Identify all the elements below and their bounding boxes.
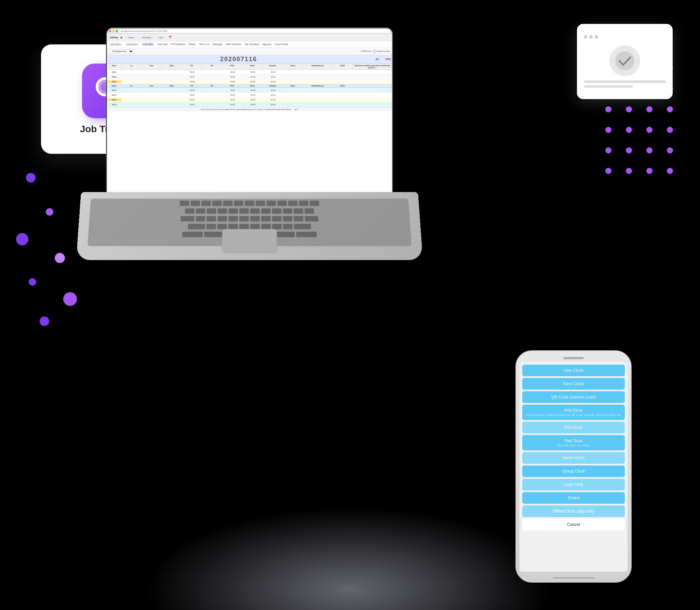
jobschedule-btn[interactable]: Job Schedule bbox=[245, 43, 259, 45]
youtube-icon: ▶ bbox=[121, 36, 123, 39]
checkmark-card bbox=[577, 24, 673, 99]
approve-btn[interactable]: Approve bbox=[262, 43, 271, 45]
phone-screen: User Clock Face Clock QR Code (camera sc… bbox=[520, 362, 628, 572]
table-row: 08/19 00:00 00:0000:0000:00 bbox=[107, 102, 392, 107]
date-input[interactable]: 08/01/2024 bbox=[109, 43, 122, 46]
phone-menu-item-fast-scan[interactable]: Fast Scan (Fast QR Code / No Clock) bbox=[522, 435, 625, 450]
phone-menu-item-pin-clock[interactable]: PIN Clock RFID scanners, external scanne… bbox=[522, 405, 625, 420]
myhours-tab[interactable]: My Hours bbox=[140, 36, 154, 39]
check-circle bbox=[609, 45, 640, 76]
phone-body: User Clock Face Clock QR Code (camera sc… bbox=[515, 350, 632, 583]
timers-tab[interactable]: Timers bbox=[125, 36, 137, 39]
phone-menu-item-pin-kiosk[interactable]: PIN Kiosk bbox=[522, 422, 625, 433]
laptop-keyboard bbox=[76, 192, 423, 260]
shiftschedule-btn[interactable]: Shift Schedule bbox=[226, 43, 241, 45]
phone-speaker bbox=[563, 357, 584, 359]
table-row: 08/01 00:0000:00 00:0000:00 bbox=[107, 70, 392, 74]
phone-menu-item-offline-clock[interactable]: Offline Clock (app only) bbox=[522, 505, 625, 517]
card-three-dots bbox=[584, 35, 598, 39]
phone-menu-item-qr-code[interactable]: QR Code (camera scan) bbox=[522, 391, 625, 403]
phone-cancel-button[interactable]: Cancel bbox=[522, 519, 625, 530]
check-lines bbox=[584, 80, 666, 88]
address-bar: app.qprtimeclock.com/t1/m2/dayview.html?… bbox=[107, 28, 392, 34]
sub-column-headers: Date In Out Req OT DT PTO Paid Unpaid To… bbox=[107, 84, 392, 88]
big-date-display: 202007116 bbox=[108, 56, 369, 63]
spreadsheet: app.qprtimeclock.com/t1/m2/dayview.html?… bbox=[107, 28, 392, 197]
dayview-btn[interactable]: Day View bbox=[158, 43, 167, 45]
trackpad[interactable] bbox=[222, 229, 277, 253]
ptobalance-btn[interactable]: PTO Balance bbox=[171, 43, 185, 45]
whoisin-btn[interactable]: Who Is In bbox=[199, 43, 210, 45]
clockpoints-btn[interactable]: Clock Points bbox=[275, 43, 288, 45]
check-icon bbox=[615, 51, 635, 71]
where-btn[interactable]: Where bbox=[189, 43, 196, 45]
table-row: 08/14 00:00 00:0000:0000:00 bbox=[107, 93, 392, 97]
goto-link[interactable]: go To bbox=[294, 108, 298, 110]
dept-filter[interactable]: All Departments bbox=[109, 49, 134, 53]
group-by-date-label: Group by Date bbox=[377, 50, 390, 52]
group-by-date-checkbox[interactable] bbox=[373, 50, 376, 53]
svg-point-34 bbox=[615, 51, 634, 70]
view-buttons-bar: 08/01/2024 08/18/2024 List View Day View… bbox=[107, 41, 392, 48]
phone-menu-item-login-only[interactable]: Login Only bbox=[522, 479, 625, 490]
phone-menu-item-name-clock[interactable]: Name Clock bbox=[522, 452, 625, 464]
setting-label: Setting bbox=[110, 36, 118, 39]
toolbar: Setting ▶ Timers My Hours Exit 📅 bbox=[107, 34, 392, 41]
message-btn[interactable]: Message bbox=[213, 43, 222, 45]
table-row: 08/02 00:0000:00 00:0000:00 bbox=[107, 74, 392, 79]
laptop-container: app.qprtimeclock.com/t1/m2/dayview.html?… bbox=[96, 27, 403, 260]
table-row: 08/13 00:0000:00 00:0000:00 bbox=[107, 88, 392, 93]
table-row: 08/06 00:0000:00 00:0000:00 bbox=[107, 79, 392, 84]
laptop-screen-area: app.qprtimeclock.com/t1/m2/dayview.html?… bbox=[106, 27, 393, 198]
table-row: 08/16 00:00 00:0000:0000:00 bbox=[107, 97, 392, 102]
phone-menu-item-timers[interactable]: Timers bbox=[522, 492, 625, 504]
laptop-screen-content: app.qprtimeclock.com/t1/m2/dayview.html?… bbox=[107, 28, 392, 197]
listview-btn[interactable]: List View bbox=[142, 43, 154, 46]
filter-bar: All Departments → 202007116 Group by Dat… bbox=[107, 48, 392, 55]
phone-menu-item-user-clock[interactable]: User Clock bbox=[522, 365, 625, 376]
phone-menu-item-group-clock[interactable]: Group Clock bbox=[522, 465, 625, 477]
phone-home-indicator bbox=[553, 577, 594, 579]
phone-container: User Clock Face Clock QR Code (camera sc… bbox=[515, 350, 632, 583]
column-headers: Date In Out Req OT DT PTO Paid Unpaid To… bbox=[107, 64, 392, 70]
date-header-row: 202007116 OT PTO bbox=[107, 55, 392, 64]
phone-screen-content: User Clock Face Clock QR Code (camera sc… bbox=[520, 362, 628, 572]
spreadsheet-footer: OpenTimeClock.com technical support emai… bbox=[107, 107, 392, 111]
exit-tab[interactable]: Exit bbox=[157, 36, 166, 39]
phone-menu-item-face-clock[interactable]: Face Clock bbox=[522, 378, 625, 390]
date2-input[interactable]: 08/18/2024 bbox=[125, 43, 138, 46]
url-bar: app.qprtimeclock.com/t1/m2/dayview.html?… bbox=[121, 30, 167, 32]
